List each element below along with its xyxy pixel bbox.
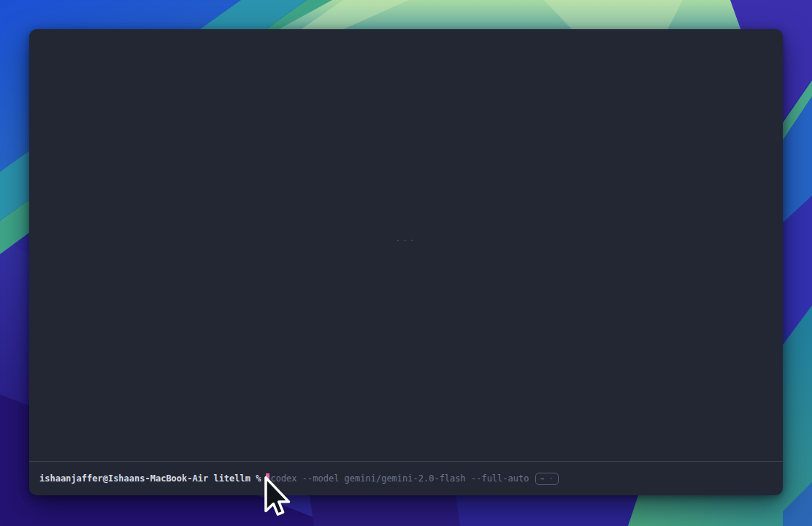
tab-hint-badge: → · — [535, 473, 558, 485]
prompt-bar[interactable]: ishaanjaffer@Ishaans-MacBook-Air litellm… — [29, 461, 783, 495]
desktop: ··· ishaanjaffer@Ishaans-MacBook-Air lit… — [0, 0, 812, 526]
terminal-window[interactable]: ··· ishaanjaffer@Ishaans-MacBook-Air lit… — [29, 29, 783, 495]
command-suggestion: codex --model gemini/gemini-2.0-flash --… — [270, 473, 529, 484]
terminal-output-area: ··· — [29, 29, 783, 461]
shell-prompt: ishaanjaffer@Ishaans-MacBook-Air litellm… — [39, 473, 261, 484]
text-cursor — [266, 473, 269, 484]
loading-ellipsis: ··· — [396, 236, 417, 245]
